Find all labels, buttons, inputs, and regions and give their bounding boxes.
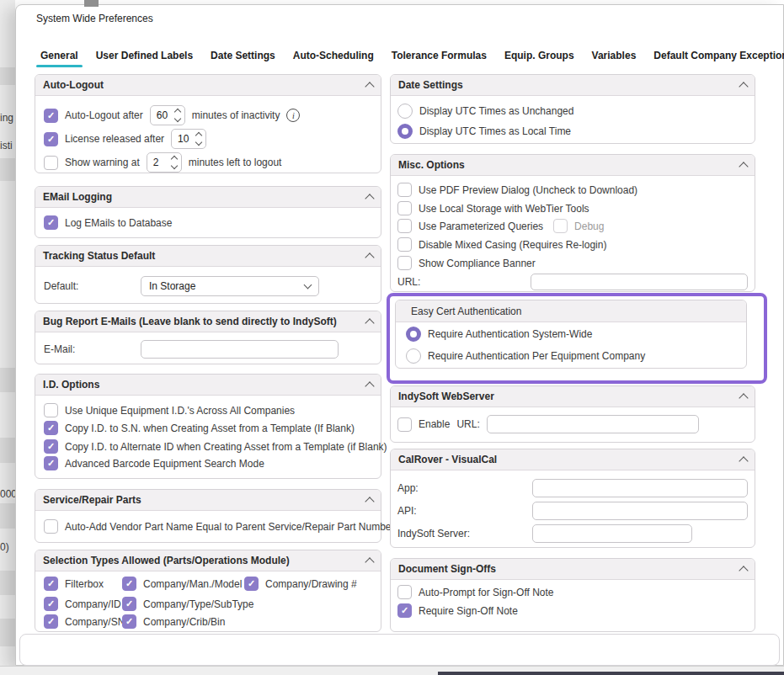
log-emails-checkbox[interactable] [44, 215, 58, 230]
section-auto-logout: Auto-Logout Auto-Logout after 60 minutes… [35, 74, 381, 173]
company-crib-bin-checkbox[interactable] [122, 614, 136, 629]
section-title: Tracking Status Default [43, 250, 155, 262]
collapse-chevron-icon[interactable] [365, 318, 374, 327]
advanced-barcode-search-checkbox[interactable] [44, 456, 58, 470]
webserver-url-input[interactable] [487, 415, 699, 433]
section-bug-report-emails: Bug Report E-Mails (Leave blank to send … [35, 311, 381, 364]
spinner-arrows-icon[interactable] [196, 133, 201, 145]
tab-default-company-exceptions[interactable]: Default Company Exceptions [649, 50, 784, 67]
checkbox-label: License released after [65, 133, 164, 145]
copy-id-to-sn-checkbox[interactable] [44, 421, 58, 435]
require-signoff-note-checkbox[interactable] [397, 603, 412, 618]
collapse-chevron-icon[interactable] [739, 456, 748, 465]
checkbox-label: Use Unique Equipment I.D.'s Across All C… [65, 405, 295, 417]
tab-variables[interactable]: Variables [588, 50, 641, 67]
section-header: EMail Logging [35, 187, 381, 208]
auto-add-vendor-part-checkbox[interactable] [44, 519, 58, 534]
company-type-subtype-checkbox[interactable] [122, 597, 136, 611]
section-id-options: I.D. Options Use Unique Equipment I.D.'s… [35, 374, 381, 479]
checkbox-label: Company/Type/SubType [143, 598, 253, 610]
tab-auto-scheduling[interactable]: Auto-Scheduling [289, 50, 378, 67]
section-title: I.D. Options [43, 379, 99, 391]
auto-logout-after-checkbox[interactable] [44, 109, 58, 123]
background-row-stripe [0, 67, 15, 85]
unique-equipment-ids-checkbox[interactable] [44, 403, 58, 417]
radio-label: Require Authentication System-Wide [428, 328, 592, 340]
collapse-chevron-icon[interactable] [365, 381, 374, 391]
inactivity-minutes-spinner[interactable]: 60 [150, 105, 185, 125]
license-minutes-spinner[interactable]: 10 [171, 129, 206, 149]
background-row-stripe [0, 158, 15, 181]
spinner-arrows-icon[interactable] [175, 109, 180, 121]
background-window-strip: ing isti 000 0) [0, 0, 15, 675]
disable-mixed-casing-checkbox[interactable] [397, 237, 412, 252]
field-label: E-Mail: [44, 343, 134, 355]
tab-tolerance-formulas[interactable]: Tolerance Formulas [387, 50, 491, 67]
background-bottom-bar [0, 666, 784, 675]
collapse-chevron-icon[interactable] [365, 557, 374, 566]
copy-id-to-alternate-checkbox[interactable] [44, 439, 58, 454]
info-icon[interactable] [286, 109, 300, 122]
collapse-chevron-icon[interactable] [365, 194, 374, 203]
checkbox-label: Show Compliance Banner [419, 258, 536, 269]
background-text-fragment: 000 [0, 488, 15, 500]
section-misc-options: Misc. Options Use PDF Preview Dialog (Un… [390, 154, 755, 292]
section-service-repair-parts: Service/Repair Parts Auto-Add Vendor Par… [35, 489, 381, 543]
webserver-enable-checkbox[interactable] [397, 417, 412, 432]
tab-user-defined-labels[interactable]: User Defined Labels [92, 50, 197, 67]
collapse-chevron-icon[interactable] [365, 252, 374, 262]
background-buttons-fragment [438, 672, 784, 675]
utc-unchanged-radio[interactable] [397, 104, 413, 119]
show-warning-checkbox[interactable] [44, 156, 58, 170]
company-id-checkbox[interactable] [44, 597, 58, 611]
pdf-preview-checkbox[interactable] [397, 183, 412, 197]
collapse-chevron-icon[interactable] [739, 82, 748, 91]
compliance-url-input[interactable] [531, 274, 748, 290]
license-released-checkbox[interactable] [44, 132, 58, 146]
bug-report-email-input[interactable] [141, 340, 339, 359]
tab-date-settings[interactable]: Date Settings [206, 50, 280, 67]
company-drawing-checkbox[interactable] [244, 577, 259, 591]
checkbox-label: Auto-Add Vendor Part Name Equal to Paren… [65, 521, 395, 533]
background-row-stripe [0, 368, 15, 392]
background-text-fragment: isti [0, 140, 13, 151]
parameterized-queries-checkbox[interactable] [397, 219, 412, 233]
company-man-model-checkbox[interactable] [122, 577, 136, 591]
tab-general[interactable]: General [36, 50, 83, 67]
checkbox-label: Company/SN [65, 616, 125, 628]
collapse-chevron-icon[interactable] [365, 82, 374, 91]
background-row-stripe [0, 503, 15, 529]
warning-minutes-spinner[interactable]: 2 [147, 152, 182, 173]
compliance-banner-checkbox[interactable] [397, 256, 412, 270]
collapse-chevron-icon[interactable] [739, 393, 748, 402]
utc-local-time-radio[interactable] [397, 124, 413, 139]
background-row-stripe [0, 438, 15, 463]
checkbox-label: Company/Crib/Bin [143, 616, 225, 628]
background-text-fragment: 0) [0, 541, 9, 553]
section-calrover-visualcal: CalRover - VisualCal App: API: IndySoft … [390, 449, 755, 548]
spinner-arrows-icon[interactable] [172, 157, 177, 168]
collapse-chevron-icon[interactable] [365, 497, 374, 506]
require-auth-system-wide-radio[interactable] [406, 327, 421, 342]
section-tracking-status: Tracking Status Default Default: In Stor… [35, 245, 381, 304]
calrover-indysoft-server-input[interactable] [532, 524, 692, 543]
section-header: Auto-Logout [35, 75, 381, 96]
collapse-chevron-icon[interactable] [739, 566, 748, 575]
local-storage-webtier-checkbox[interactable] [397, 201, 412, 215]
section-title: Document Sign-Offs [398, 563, 496, 575]
company-sn-checkbox[interactable] [44, 614, 58, 629]
suffix-label: minutes of inactivity [192, 109, 280, 121]
checkbox-label: Company/ID [65, 598, 121, 610]
calrover-api-input[interactable] [532, 502, 748, 520]
section-title: EMail Logging [43, 191, 112, 203]
tab-equip-groups[interactable]: Equip. Groups [500, 50, 579, 67]
require-auth-per-company-radio[interactable] [406, 348, 421, 364]
debug-checkbox[interactable] [553, 219, 568, 233]
section-indysoft-webserver: IndySoft WebServer Enable URL: [390, 385, 755, 443]
field-label: API: [397, 505, 525, 517]
filterbox-checkbox[interactable] [44, 577, 58, 591]
collapse-chevron-icon[interactable] [739, 162, 748, 171]
tracking-status-dropdown[interactable]: In Storage [141, 276, 319, 296]
calrover-app-input[interactable] [532, 479, 748, 497]
auto-prompt-signoff-checkbox[interactable] [397, 585, 412, 599]
